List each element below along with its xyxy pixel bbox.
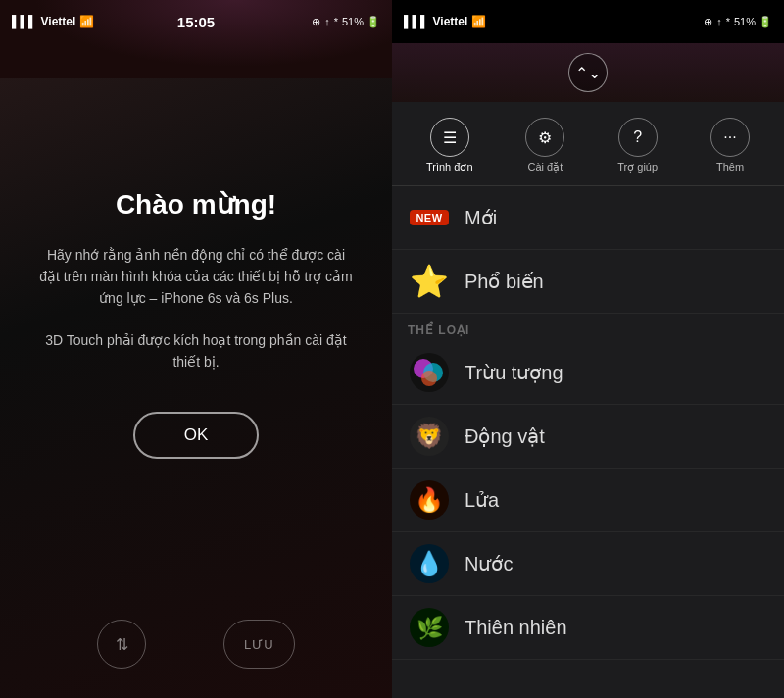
- right-panel: ▌▌▌ Viettel 📶 15:05 ⊕ ↑ * 51% 🔋 ⌃⌄ ☰ Trì…: [392, 0, 784, 698]
- tab-help-label: Trợ giúp: [617, 161, 658, 174]
- arrow-icon-right: ↑: [716, 16, 722, 27]
- welcome-title: Chào mừng!: [116, 188, 276, 221]
- tab-menu[interactable]: ☰ Trình đơn: [415, 114, 485, 177]
- tab-settings-icon: ⚙: [525, 118, 564, 157]
- chevron-button[interactable]: ⌃⌄: [568, 53, 608, 92]
- carrier-name-left: Viettel: [41, 15, 76, 28]
- menu-item-new[interactable]: NEW Mới: [392, 186, 784, 250]
- menu-item-popular[interactable]: ⭐ Phổ biến: [392, 250, 784, 314]
- menu-label-fire: Lửa: [465, 488, 499, 512]
- menu-item-nature[interactable]: 🌿 Thiên nhiên: [392, 596, 784, 660]
- water-icon: 💧: [408, 542, 451, 585]
- tab-menu-label: Trình đơn: [426, 161, 473, 174]
- svg-point-3: [421, 371, 437, 386]
- tab-more-icon: ···: [710, 118, 750, 157]
- carrier-left: ▌▌▌ Viettel 📶: [12, 15, 94, 28]
- time-left: 15:05: [177, 14, 215, 30]
- popular-icon: ⭐: [408, 260, 451, 303]
- svg-text:🌿: 🌿: [416, 615, 444, 641]
- menu-item-abstract[interactable]: Trừu tượng: [392, 341, 784, 405]
- menu-label-water: Nước: [465, 552, 513, 575]
- welcome-content: Chào mừng! Hãy nhớ rằng ảnh nền động chỉ…: [0, 43, 392, 604]
- battery-right: 51% 🔋: [734, 16, 772, 28]
- menu-label-animals: Động vật: [465, 424, 545, 448]
- save-button[interactable]: LƯU: [223, 620, 295, 669]
- new-badge: NEW: [410, 210, 448, 225]
- tab-help-icon: ?: [618, 118, 658, 157]
- tab-settings[interactable]: ⚙ Cài đặt: [514, 114, 576, 177]
- menu-label-new: Mới: [465, 206, 497, 229]
- fire-icon: 🔥: [408, 478, 451, 522]
- status-icons-right: ⊕ ↑ * 51% 🔋: [704, 16, 772, 28]
- location-icon-left: ⊕: [312, 16, 320, 28]
- signal-icon-right: ▌▌▌: [404, 15, 429, 28]
- nature-icon: 🌿: [408, 606, 451, 649]
- ok-button[interactable]: OK: [133, 412, 260, 459]
- animals-icon: 🦁: [408, 415, 451, 458]
- nav-tabs: ☰ Trình đơn ⚙ Cài đặt ? Trợ giúp ··· Thê…: [392, 102, 784, 186]
- bt-icon-left: *: [334, 16, 338, 27]
- svg-text:🔥: 🔥: [415, 485, 444, 514]
- menu-label-abstract: Trừu tượng: [465, 361, 564, 384]
- new-icon: NEW: [408, 196, 451, 239]
- chevron-icon: ⌃⌄: [575, 64, 601, 82]
- tab-help[interactable]: ? Trợ giúp: [606, 114, 669, 177]
- carrier-name-right: Viettel: [433, 15, 468, 28]
- arrow-icon-left: ↑: [324, 16, 330, 27]
- welcome-body2: 3D Touch phải được kích hoạt trong phần …: [39, 329, 353, 374]
- menu-item-animals[interactable]: 🦁 Động vật: [392, 405, 784, 469]
- wifi-icon-right: 📶: [471, 15, 486, 28]
- menu-item-water[interactable]: 💧 Nước: [392, 532, 784, 596]
- status-bar-right: ▌▌▌ Viettel 📶 15:05 ⊕ ↑ * 51% 🔋: [392, 0, 784, 43]
- abstract-icon: [408, 351, 451, 394]
- left-bottom-controls: ⇅ LƯU: [0, 604, 392, 698]
- menu-item-fire[interactable]: 🔥 Lửa: [392, 469, 784, 532]
- top-image-area: ⌃⌄: [392, 43, 784, 102]
- battery-left: 51% 🔋: [342, 16, 380, 28]
- menu-label-popular: Phổ biến: [465, 270, 544, 293]
- status-bar-left: ▌▌▌ Viettel 📶 15:05 ⊕ ↑ * 51% 🔋: [0, 0, 392, 43]
- svg-text:🦁: 🦁: [415, 422, 444, 450]
- wifi-icon-left: 📶: [79, 15, 94, 28]
- sort-button[interactable]: ⇅: [97, 620, 146, 669]
- bt-icon-right: *: [726, 16, 730, 27]
- signal-icon-left: ▌▌▌: [12, 15, 37, 28]
- status-icons-left: ⊕ ↑ * 51% 🔋: [312, 16, 380, 28]
- sort-icon: ⇅: [116, 635, 128, 654]
- tab-more[interactable]: ··· Thêm: [699, 114, 761, 176]
- tab-settings-label: Cài đặt: [528, 161, 564, 174]
- menu-label-nature: Thiên nhiên: [465, 617, 567, 639]
- svg-text:💧: 💧: [415, 549, 444, 577]
- section-header-category: THỂ LOẠI: [392, 314, 784, 341]
- welcome-body1: Hãy nhớ rằng ảnh nền động chỉ có thể đượ…: [39, 244, 353, 310]
- carrier-right: ▌▌▌ Viettel 📶: [404, 15, 486, 28]
- left-panel: ▌▌▌ Viettel 📶 15:05 ⊕ ↑ * 51% 🔋 Chào mừn…: [0, 0, 392, 698]
- menu-list: NEW Mới ⭐ Phổ biến THỂ LOẠI Trừu tượng: [392, 186, 784, 698]
- tab-menu-icon: ☰: [430, 118, 469, 157]
- location-icon-right: ⊕: [704, 16, 712, 28]
- tab-more-label: Thêm: [716, 161, 744, 173]
